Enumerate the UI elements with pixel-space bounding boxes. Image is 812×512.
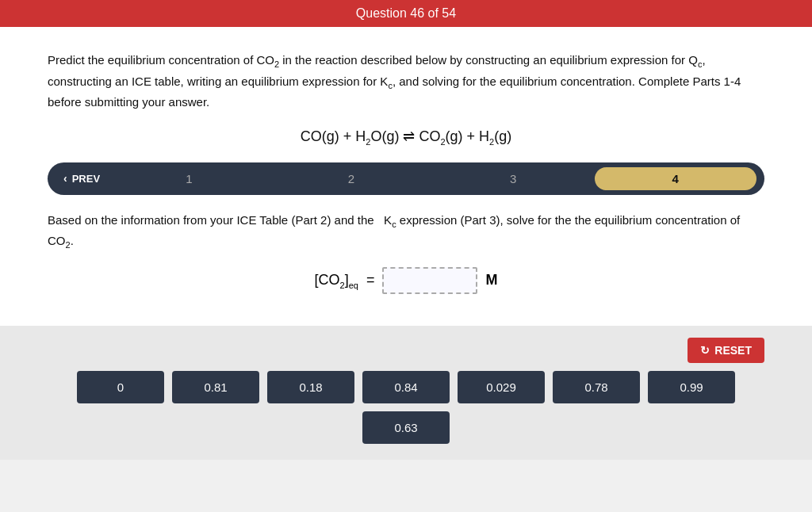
answer-value-0: 0 [117, 380, 124, 394]
navigation-bar: ‹ PREV 1 2 3 4 [48, 162, 764, 195]
equals-sign: = [366, 272, 375, 288]
prev-button[interactable]: ‹ PREV [56, 169, 108, 188]
reset-row: ↻ RESET [48, 338, 764, 363]
expression-label: [CO2]eq [315, 272, 358, 290]
answer-value-5: 0.78 [584, 380, 607, 394]
step-indicators: 1 2 3 4 [108, 167, 756, 190]
reset-label: RESET [714, 344, 752, 357]
answer-btn-7[interactable]: 0.63 [362, 411, 450, 444]
unit-label: M [485, 272, 497, 288]
step-3[interactable]: 3 [432, 167, 594, 190]
step-1[interactable]: 1 [108, 167, 270, 190]
answer-value-2: 0.18 [299, 380, 322, 394]
part4-description: Based on the information from your ICE T… [48, 211, 764, 253]
step-4-label: 4 [672, 172, 679, 185]
answer-value-1: 0.81 [204, 380, 227, 394]
question-counter: Question 46 of 54 [356, 6, 456, 20]
answer-value-6: 0.99 [680, 380, 703, 394]
answer-value-4: 0.029 [486, 380, 516, 394]
answer-options: 0 0.81 0.18 0.84 0.029 0.78 0.99 0.63 [48, 371, 764, 444]
answer-value-7: 0.63 [394, 421, 417, 434]
page-header: Question 46 of 54 [0, 0, 812, 27]
answer-btn-4[interactable]: 0.029 [458, 371, 545, 403]
step-1-label: 1 [186, 172, 192, 185]
step-2[interactable]: 2 [270, 167, 432, 190]
answer-btn-3[interactable]: 0.84 [362, 371, 450, 403]
answer-btn-1[interactable]: 0.81 [172, 371, 259, 403]
answer-value-3: 0.84 [394, 380, 417, 394]
prev-label: PREV [72, 173, 100, 185]
step-2-label: 2 [348, 172, 354, 185]
chevron-left-icon: ‹ [63, 172, 67, 185]
answer-btn-6[interactable]: 0.99 [648, 371, 735, 403]
chemical-equation: CO(g) + H2O(g) ⇌ CO2(g) + H2(g) [48, 128, 764, 147]
answer-btn-2[interactable]: 0.18 [267, 371, 354, 403]
concentration-input[interactable] [382, 267, 477, 294]
concentration-expression: [CO2]eq = M [48, 267, 764, 294]
bottom-section: ↻ RESET 0 0.81 0.18 0.84 0.029 0.78 0.99… [0, 326, 812, 460]
answer-btn-0[interactable]: 0 [77, 371, 164, 403]
step-3-label: 3 [510, 172, 516, 185]
question-description: Predict the equilibrium concentration of… [48, 51, 764, 112]
reset-button[interactable]: ↻ RESET [688, 338, 764, 363]
step-4[interactable]: 4 [595, 167, 756, 190]
main-content: Predict the equilibrium concentration of… [0, 27, 812, 326]
answer-btn-5[interactable]: 0.78 [553, 371, 640, 403]
